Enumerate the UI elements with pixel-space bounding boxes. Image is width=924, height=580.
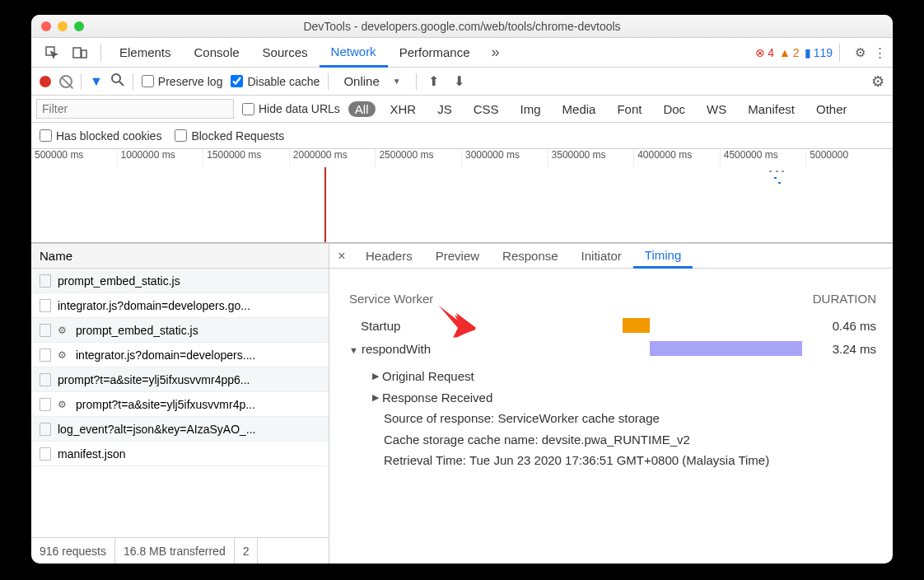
error-icon: ⊗	[755, 46, 765, 59]
filter-type-ws[interactable]: WS	[700, 101, 733, 118]
detail-tab-preview[interactable]: Preview	[424, 244, 491, 268]
request-row[interactable]: ⚙integrator.js?domain=developers....	[31, 343, 329, 367]
file-icon	[40, 447, 51, 461]
clear-icon[interactable]	[59, 75, 72, 88]
filter-type-manifest[interactable]: Manifest	[741, 101, 801, 118]
request-row[interactable]: log_event?alt=json&key=AIzaSyAO_...	[31, 417, 329, 442]
network-toolbar: ▼ Preserve log Disable cache Online ▼ ⬆ …	[31, 68, 893, 96]
tab-sources[interactable]: Sources	[251, 38, 320, 67]
detail-tab-timing[interactable]: Timing	[633, 245, 693, 269]
request-row[interactable]: integrator.js?domain=developers.go...	[31, 293, 329, 318]
filter-row-2: Has blocked cookies Blocked Requests	[31, 123, 893, 149]
svg-rect-2	[82, 50, 86, 58]
timing-respondwith-row[interactable]: ▼respondWith 3.24 ms	[349, 337, 876, 360]
record-button[interactable]	[40, 76, 51, 87]
svg-point-3	[112, 74, 120, 82]
console-status[interactable]: ⊗4 ▲2 ▮119	[755, 46, 833, 59]
minimize-window-icon[interactable]	[58, 21, 68, 31]
separator	[100, 44, 101, 62]
throttle-select[interactable]: Online ▼	[337, 72, 407, 90]
request-row[interactable]: prompt?t=a&site=ylj5ifxusvvmr4pp6...	[31, 367, 329, 392]
startup-duration: 0.46 ms	[802, 319, 876, 333]
search-icon[interactable]	[111, 73, 124, 90]
request-row[interactable]: manifest.json	[31, 442, 329, 466]
detail-tab-initiator[interactable]: Initiator	[570, 244, 633, 268]
has-blocked-cookies-checkbox[interactable]: Has blocked cookies	[40, 129, 161, 143]
timeline-overview[interactable]: 500000 ms 1000000 ms 1500000 ms 2000000 …	[31, 149, 893, 243]
tab-performance[interactable]: Performance	[388, 38, 482, 67]
request-count: 916 requests	[31, 538, 115, 564]
expand-icon: ▶	[372, 371, 379, 381]
request-name: prompt_embed_static.js	[76, 324, 198, 337]
file-icon	[40, 274, 51, 288]
device-toggle-icon[interactable]	[71, 44, 89, 62]
request-name: manifest.json	[58, 447, 125, 461]
request-row[interactable]: ⚙prompt_embed_static.js	[31, 318, 329, 343]
preserve-log-checkbox[interactable]: Preserve log	[142, 75, 223, 88]
expand-icon: ▶	[372, 392, 379, 403]
transferred-size: 16.8 MB transferred	[115, 538, 235, 564]
detail-tabs: × Headers Preview Response Initiator Tim…	[329, 244, 893, 269]
request-name: log_event?alt=json&key=AIzaSyAO_...	[58, 423, 255, 436]
detail-panel: × Headers Preview Response Initiator Tim…	[329, 244, 893, 564]
window-title: DevTools - developers.google.com/web/too…	[31, 20, 893, 33]
blocked-requests-checkbox[interactable]: Blocked Requests	[175, 129, 284, 143]
cache-name: Cache storage cache name: devsite.pwa_RU…	[384, 429, 876, 451]
timeline-mark	[782, 171, 784, 172]
warning-icon: ▲	[779, 46, 791, 59]
filter-type-css[interactable]: CSS	[467, 101, 506, 118]
filter-type-js[interactable]: JS	[431, 101, 459, 118]
timeline-mark	[769, 171, 772, 172]
gear-icon: ⚙	[58, 399, 69, 410]
filter-type-img[interactable]: Img	[514, 101, 548, 118]
close-detail-icon[interactable]: ×	[329, 249, 354, 264]
original-request-row[interactable]: ▶Original Request	[372, 365, 876, 386]
request-row[interactable]: ⚙prompt?t=a&site=ylj5ifxusvvmr4p...	[31, 392, 329, 417]
upload-har-icon[interactable]: ⬆	[428, 73, 439, 89]
detail-tab-headers[interactable]: Headers	[354, 244, 424, 268]
chevron-down-icon: ▼	[393, 77, 401, 86]
filter-type-media[interactable]: Media	[556, 101, 603, 118]
filter-type-doc[interactable]: Doc	[656, 101, 692, 118]
download-har-icon[interactable]: ⬇	[454, 73, 464, 89]
more-tabs-icon[interactable]: »	[482, 44, 510, 61]
maximize-window-icon[interactable]	[74, 21, 84, 31]
filter-row: Hide data URLs All XHR JS CSS Img Media …	[31, 96, 893, 123]
filter-type-all[interactable]: All	[348, 101, 376, 117]
file-icon	[40, 324, 51, 337]
filter-icon[interactable]: ▼	[90, 74, 103, 89]
inspect-icon[interactable]	[43, 44, 61, 62]
devtools-window: DevTools - developers.google.com/web/too…	[31, 15, 893, 564]
response-received-row[interactable]: ▶Response Received	[372, 386, 876, 408]
filter-type-font[interactable]: Font	[610, 101, 648, 118]
menu-icon[interactable]: ⋮	[874, 45, 886, 60]
file-icon	[40, 348, 51, 362]
respondwith-bar	[650, 341, 802, 356]
request-name: prompt_embed_static.js	[58, 274, 180, 288]
section-title: Service Worker	[349, 292, 433, 306]
settings-icon[interactable]: ⚙	[855, 45, 866, 60]
close-window-icon[interactable]	[41, 21, 51, 31]
timeline-mark	[776, 171, 778, 172]
filter-type-xhr[interactable]: XHR	[384, 101, 423, 118]
tab-console[interactable]: Console	[183, 38, 251, 67]
filter-type-other[interactable]: Other	[810, 101, 854, 118]
network-settings-icon[interactable]: ⚙	[871, 72, 884, 91]
respondwith-duration: 3.24 ms	[802, 342, 876, 356]
request-list-panel: Name prompt_embed_static.jsintegrator.js…	[31, 244, 329, 564]
disable-cache-checkbox[interactable]: Disable cache	[231, 75, 320, 88]
separator	[328, 73, 329, 90]
duration-header: DURATION	[813, 292, 876, 306]
main-toolbar: Elements Console Sources Network Perform…	[31, 38, 893, 68]
name-column-header[interactable]: Name	[31, 244, 329, 269]
tab-network[interactable]: Network	[320, 39, 388, 68]
tab-elements[interactable]: Elements	[108, 38, 183, 67]
request-row[interactable]: prompt_embed_static.js	[31, 269, 329, 293]
request-name: prompt?t=a&site=ylj5ifxusvvmr4pp6...	[58, 373, 250, 386]
detail-tab-response[interactable]: Response	[491, 244, 570, 268]
filter-input[interactable]	[36, 99, 234, 119]
hide-data-urls-checkbox[interactable]: Hide data URLs	[242, 102, 340, 115]
traffic-lights	[31, 21, 84, 31]
request-name: integrator.js?domain=developers.go...	[58, 299, 250, 312]
separator	[81, 73, 82, 90]
